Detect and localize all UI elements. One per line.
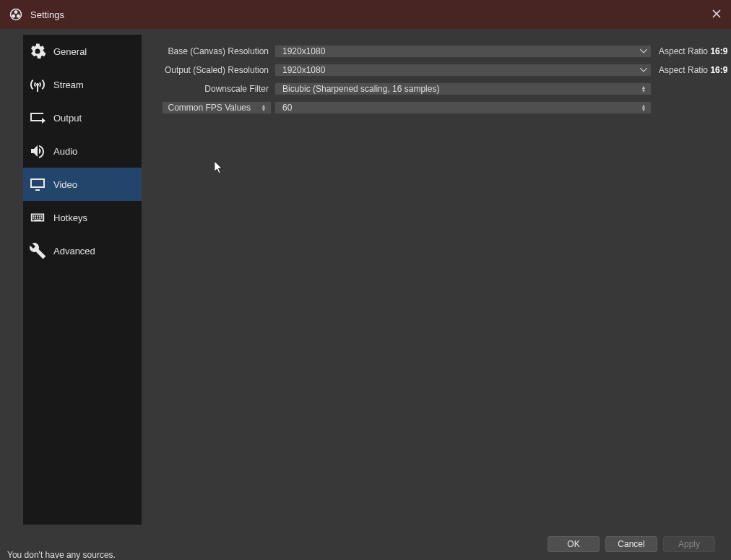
fps-mode-label: Common FPS Values [163,103,257,113]
content-area: General Stream Output Audio Video [0,29,731,527]
sidebar-item-label: Stream [53,79,84,90]
status-text: You don't have any sources. [7,550,116,560]
updown-icon: ▲▼ [256,102,271,113]
speaker-icon [29,142,53,160]
sidebar-item-label: General [53,46,87,57]
sidebar-item-advanced[interactable]: Advanced [23,234,142,267]
output-icon [29,109,53,126]
app-icon [9,7,23,22]
titlebar: Settings [0,0,731,29]
sidebar-item-output[interactable]: Output [23,101,142,134]
keyboard-icon [29,210,53,225]
output-resolution-select[interactable]: 1920x1080 [274,64,652,77]
fps-mode-select[interactable]: Common FPS Values ▲▼ [162,101,272,114]
updown-icon: ▲▼ [636,102,651,113]
sidebar-item-general[interactable]: General [23,35,142,68]
base-aspect-ratio: Aspect Ratio 16:9 [652,46,718,56]
sidebar-item-label: Advanced [53,246,95,257]
sidebar-item-label: Video [53,179,77,190]
downscale-filter-value: Bicubic (Sharpened scaling, 16 samples) [275,84,636,94]
gear-icon [29,43,53,60]
monitor-icon [29,176,53,193]
svg-point-3 [17,14,20,18]
sidebar: General Stream Output Audio Video [23,35,142,525]
downscale-filter-label: Downscale Filter [152,84,274,94]
sidebar-item-stream[interactable]: Stream [23,68,142,101]
output-aspect-ratio: Aspect Ratio 16:9 [652,65,718,75]
chevron-down-icon [636,46,651,57]
svg-point-1 [14,10,18,14]
close-button[interactable] [702,0,731,29]
output-resolution-value: 1920x1080 [275,65,636,75]
svg-point-2 [12,14,15,18]
tools-icon [29,242,53,259]
base-resolution-select[interactable]: 1920x1080 [274,45,652,58]
main-panel: Base (Canvas) Resolution 1920x1080 Aspec… [142,29,731,527]
status-bar: You don't have any sources. [0,550,731,560]
sidebar-item-label: Audio [53,146,77,157]
base-resolution-value: 1920x1080 [275,46,636,56]
base-resolution-label: Base (Canvas) Resolution [152,46,274,56]
updown-icon: ▲▼ [636,83,651,95]
sidebar-item-label: Hotkeys [53,212,87,223]
downscale-filter-select[interactable]: Bicubic (Sharpened scaling, 16 samples) … [274,82,652,95]
close-icon [712,8,721,21]
sidebar-item-audio[interactable]: Audio [23,134,142,168]
sidebar-item-hotkeys[interactable]: Hotkeys [23,201,142,234]
chevron-down-icon [636,64,651,76]
fps-value-select[interactable]: 60 ▲▼ [274,101,652,114]
window-title: Settings [30,9,64,20]
fps-value: 60 [275,103,636,113]
antenna-icon [29,76,53,93]
sidebar-item-video[interactable]: Video [23,168,142,201]
output-resolution-label: Output (Scaled) Resolution [152,65,274,75]
sidebar-item-label: Output [53,113,82,124]
